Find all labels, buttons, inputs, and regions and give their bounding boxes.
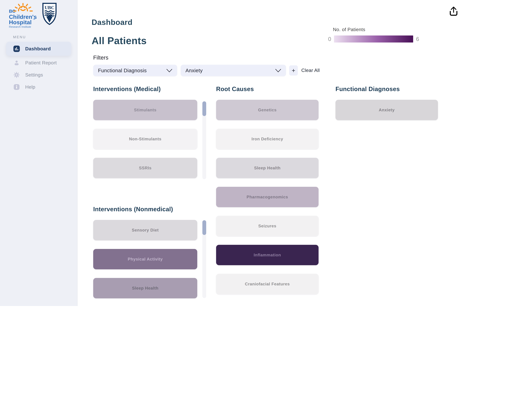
sidebar-item-help[interactable]: Help (6, 81, 71, 93)
logo-tm: ™ (33, 18, 35, 21)
card-list: StimulantsNon-StimulantsSSRIs (93, 100, 197, 178)
scrollbar[interactable] (202, 101, 206, 179)
section-root-causes: Root Causes GeneticsIron DeficiencySleep… (216, 85, 319, 294)
sidebar-item-dashboard[interactable]: Dashboard (6, 42, 71, 56)
section-interventions-medical: Interventions (Medical) StimulantsNon-St… (93, 85, 206, 178)
card-sensory-diet[interactable]: Sensory Diet (93, 220, 197, 240)
card-sleep-health[interactable]: Sleep Health (93, 278, 197, 298)
section-title: Interventions (Nonmedical) (93, 206, 206, 212)
export-share-button[interactable] (448, 6, 459, 17)
page-title: Dashboard (92, 18, 133, 26)
scrollbar[interactable] (202, 220, 206, 298)
info-icon (13, 84, 20, 90)
logo-row: BC Children's Hospital ™ Research Instit… (6, 2, 57, 29)
ubc-crest-logo: UBC (42, 2, 57, 26)
share-export-icon (449, 6, 458, 16)
card-craniofacial-features[interactable]: Craniofacial Features (216, 274, 319, 294)
sidebar-item-settings[interactable]: Settings (6, 69, 71, 81)
filter-category-value: Functional Diagnosis (98, 68, 147, 73)
logo-bc: BC (9, 9, 15, 14)
patients-legend: No. of Patients 0 6 (328, 27, 430, 42)
filter-selected-value: Anxiety (186, 68, 203, 73)
section-title: Root Causes (216, 85, 319, 93)
card-stimulants[interactable]: Stimulants (93, 100, 197, 120)
filter-category-dropdown[interactable]: Functional Diagnosis (93, 65, 177, 76)
section-interventions-nonmedical: Interventions (Nonmedical) Sensory DietP… (93, 206, 206, 298)
scrollbar-thumb[interactable] (202, 101, 206, 116)
logo-research-institute: Research Institute (9, 25, 31, 28)
card-ssris[interactable]: SSRIs (93, 158, 197, 178)
card-physical-activity[interactable]: Physical Activity (93, 249, 197, 269)
card-iron-deficiency[interactable]: Iron Deficiency (216, 129, 319, 149)
chevron-down-icon (275, 69, 281, 72)
card-seizures[interactable]: Seizures (216, 216, 319, 236)
chevron-down-icon (166, 69, 172, 72)
gear-icon (13, 72, 20, 78)
logo-hospital: Hospital (9, 19, 32, 26)
card-list: GeneticsIron DeficiencySleep HealthPharm… (216, 100, 319, 294)
card-genetics[interactable]: Genetics (216, 100, 319, 120)
ubc-letters: UBC (44, 5, 54, 10)
legend-min: 0 (328, 36, 331, 42)
card-list: Anxiety (336, 100, 438, 120)
bar-chart-icon (13, 46, 20, 52)
sidebar-item-patient-report[interactable]: Patient Report (6, 57, 71, 69)
card-list: Sensory DietPhysical ActivitySleep Healt… (93, 220, 197, 298)
card-inflammation[interactable]: Inflammation (216, 245, 319, 265)
sidebar-item-label: Settings (25, 72, 43, 78)
menu-section-label: MENU (13, 35, 26, 39)
legend-max: 6 (416, 36, 419, 42)
sidebar-item-label: Patient Report (25, 60, 57, 66)
sidebar-item-label: Dashboard (25, 46, 51, 51)
sidebar-item-label: Help (25, 84, 35, 90)
card-anxiety[interactable]: Anxiety (336, 100, 438, 120)
section-title: Interventions (Medical) (93, 85, 206, 93)
clear-all-filters[interactable]: Clear All (301, 68, 320, 73)
filter-value-dropdown[interactable]: Anxiety (181, 65, 286, 76)
sidebar-nav: Dashboard Patient Report (6, 42, 71, 93)
card-pharmacogenomics[interactable]: Pharmacogenomics (216, 187, 319, 207)
bc-childrens-hospital-logo: BC Children's Hospital ™ Research Instit… (6, 2, 38, 29)
scrollbar-thumb[interactable] (202, 220, 206, 235)
section-functional-diagnoses: Functional Diagnoses Anxiety (336, 85, 438, 120)
filters-label: Filters (93, 54, 108, 61)
patients-heading: All Patients (92, 35, 147, 46)
legend-gradient-bar (334, 35, 413, 42)
add-filter-button[interactable]: + (289, 65, 298, 76)
sun-icon (14, 3, 32, 11)
sidebar: BC Children's Hospital ™ Research Instit… (0, 0, 78, 306)
card-sleep-health[interactable]: Sleep Health (216, 158, 319, 178)
legend-title: No. of Patients (333, 27, 430, 32)
card-non-stimulants[interactable]: Non-Stimulants (93, 129, 197, 149)
person-icon (13, 60, 20, 66)
section-title: Functional Diagnoses (336, 85, 438, 93)
